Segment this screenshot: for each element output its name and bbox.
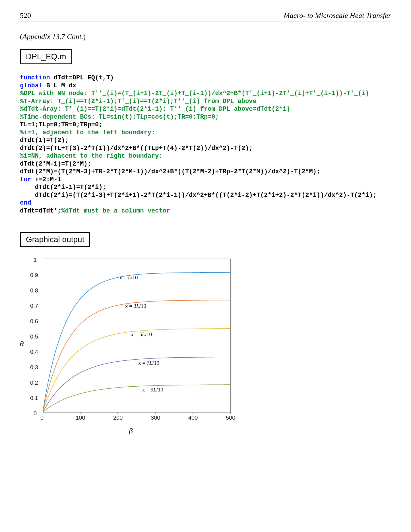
code-text: dTdt(2*M-1)=T(2*M); bbox=[20, 160, 91, 168]
series-label-5: x = 9L/10 bbox=[142, 387, 163, 393]
ytick-label: 0.3 bbox=[30, 364, 38, 371]
chart-ylabel: θ bbox=[20, 340, 24, 348]
graphical-output-label: Graphical output bbox=[26, 235, 84, 244]
code-comment: %dTdt must be a column vector bbox=[61, 207, 170, 215]
ytick-label: 0.2 bbox=[30, 380, 38, 386]
code-kw-function: function bbox=[20, 74, 50, 81]
series-label-text: /10 bbox=[145, 331, 152, 337]
code-text: dTdt(2*i-1)=T(2*i); bbox=[20, 184, 106, 191]
paren-open: ( bbox=[20, 32, 22, 41]
code-comment: %Time-dependent BCs: TL=sin(t);TLp=cos(t… bbox=[20, 114, 219, 121]
code-text: TL=1;TLp=0;TR=0;TRp=0; bbox=[20, 121, 102, 128]
series-label-text: /10 bbox=[131, 275, 138, 281]
appendix-text: Appendix 13.7 Cont. bbox=[22, 32, 83, 41]
xtick-label: 0 bbox=[40, 415, 44, 421]
series-label-text: /10 bbox=[156, 387, 163, 393]
series-label-text: /10 bbox=[152, 360, 159, 366]
xtick-label: 200 bbox=[113, 415, 123, 421]
series-label-text: x = 9 bbox=[142, 387, 153, 393]
code-comment: %T-Array: T_(i)==T(2*i-1);T'_(i)==T(2*i)… bbox=[20, 98, 257, 105]
chart-xlabel: β bbox=[129, 427, 133, 435]
chart-series-line bbox=[43, 385, 230, 412]
ytick-label: 0.7 bbox=[30, 303, 38, 309]
appendix-continuation: (Appendix 13.7 Cont.) bbox=[20, 32, 391, 41]
series-label-3: x = 5L/10 bbox=[131, 331, 152, 338]
page-number: 520 bbox=[20, 11, 31, 20]
series-label-text: /10 bbox=[139, 303, 146, 309]
chart: θ β bbox=[23, 256, 239, 432]
xtick-label: 300 bbox=[151, 415, 160, 421]
code-text: dTdt(2*M)=(T(2*M-3)+TR-2*T(2*M-1))/dx^2+… bbox=[20, 168, 320, 175]
ytick-label: 0.8 bbox=[30, 287, 38, 294]
code-kw-global: global bbox=[20, 82, 42, 89]
series-label-text: x = 7 bbox=[138, 360, 149, 366]
chart-svg bbox=[43, 259, 233, 418]
xtick-label: 400 bbox=[188, 415, 198, 421]
series-label-L: L bbox=[142, 331, 145, 337]
filename-box: DPL_EQ.m bbox=[20, 49, 72, 64]
code-kw-for: for bbox=[20, 176, 31, 183]
code-kw-end: end bbox=[20, 199, 31, 207]
code-comment: %i=NN, adhacent to the right boundary: bbox=[20, 152, 163, 160]
series-label-text: x = 5 bbox=[131, 331, 142, 337]
chart-series-line bbox=[43, 329, 230, 412]
series-label-text: x = bbox=[119, 275, 128, 281]
code-text: dTdt=DPL_EQ(t,T) bbox=[50, 74, 114, 81]
series-label-2: x = 3L/10 bbox=[125, 303, 146, 309]
page-header: 520 Macro- to Microscale Heat Transfer bbox=[20, 11, 391, 22]
ytick-label: 0.1 bbox=[30, 395, 38, 401]
ytick-label: 1 bbox=[34, 257, 37, 263]
series-label-L: L bbox=[136, 303, 139, 309]
code-comment: %DPL with NN node: T''_(i)=(T_(i+1)-2T_(… bbox=[20, 90, 369, 97]
code-text: dTdt(1)=T(2); bbox=[20, 137, 69, 144]
filename: DPL_EQ.m bbox=[26, 52, 66, 61]
code-comment: %i=1, adjacent to the left boundary: bbox=[20, 129, 155, 136]
code-text: dTdt(2)=(TL+T(3)-2*T(1))/dx^2+B*((TLp+T(… bbox=[20, 145, 253, 152]
code-text: i=2:M-1 bbox=[31, 176, 61, 183]
code-text: dTdt(2*i)=(T(2*i-3)+T(2*i+1)-2*T(2*i-1))… bbox=[20, 192, 377, 199]
ytick-label: 0.4 bbox=[30, 349, 38, 355]
ytick-label: 0.5 bbox=[30, 333, 38, 340]
graphical-output-box: Graphical output bbox=[20, 232, 90, 247]
code-text: dTdt=dTdt'; bbox=[20, 207, 61, 215]
chart-series-line bbox=[43, 273, 230, 412]
series-label-L: L bbox=[149, 360, 152, 366]
series-label-1: x = L/10 bbox=[119, 275, 138, 281]
series-label-text: x = 3 bbox=[125, 303, 136, 309]
xtick-label: 100 bbox=[76, 415, 85, 421]
ytick-label: 0.9 bbox=[30, 272, 38, 279]
code-comment: %dTdt-Aray: T'_(i)==T(2*i)=dTdt(2*i-1); … bbox=[20, 106, 290, 113]
series-label-4: x = 7L/10 bbox=[138, 360, 159, 366]
series-label-L: L bbox=[153, 387, 156, 393]
chart-series-group bbox=[43, 273, 230, 412]
ytick-label: 0.6 bbox=[30, 318, 38, 325]
chart-xticks bbox=[43, 412, 230, 414]
ytick-label: 0 bbox=[34, 410, 37, 417]
paren-close: ) bbox=[83, 32, 86, 41]
code-text: B L M dx bbox=[42, 82, 76, 89]
code-block: function dTdt=DPL_EQ(t,T) global B L M d… bbox=[20, 74, 391, 215]
xtick-label: 500 bbox=[226, 415, 235, 421]
book-title: Macro- to Microscale Heat Transfer bbox=[284, 11, 391, 20]
chart-series-line bbox=[43, 300, 230, 412]
series-label-L: L bbox=[128, 275, 131, 281]
